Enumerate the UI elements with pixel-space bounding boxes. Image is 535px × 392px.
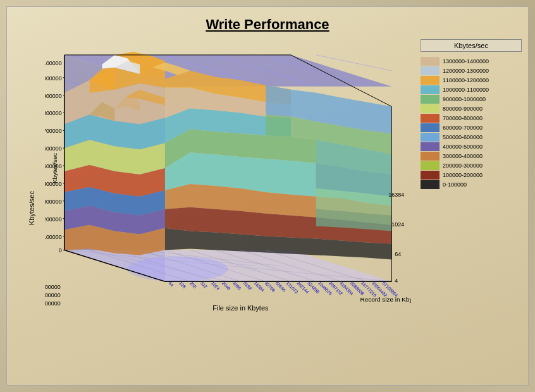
svg-text:2048: 2048 xyxy=(221,281,231,291)
svg-text:File size in Kbytes: File size in Kbytes xyxy=(212,304,269,312)
legend-range-text: 700000-800000 xyxy=(443,115,483,121)
legend-range-text: 300000-400000 xyxy=(443,153,483,159)
legend-item: 500000-600000 xyxy=(421,133,522,142)
svg-text:1400000: 1400000 xyxy=(45,284,61,290)
legend-color-box xyxy=(421,114,440,123)
legend-range-text: 1200000-1300000 xyxy=(443,68,489,74)
legend-color-box xyxy=(421,123,440,132)
legend-range-text: 0-100000 xyxy=(443,181,467,188)
legend-color-box xyxy=(421,152,440,161)
legend-range-text: 1100000-1200000 xyxy=(443,77,489,83)
legend-color-box xyxy=(421,57,440,66)
legend-range-text: 500000-600000 xyxy=(443,134,483,140)
svg-text:8192: 8192 xyxy=(243,281,253,291)
legend-item: 1300000-1400000 xyxy=(421,57,522,66)
legend-item: 0-100000 xyxy=(421,180,522,189)
legend-unit-label: Kbytes/sec xyxy=(421,39,522,52)
svg-text:16384: 16384 xyxy=(388,192,404,198)
svg-text:1000000: 1000000 xyxy=(45,75,62,82)
svg-text:100000: 100000 xyxy=(45,234,62,240)
legend-color-box xyxy=(421,104,440,113)
legend-item: 700000-800000 xyxy=(421,114,522,123)
legend-item: 1000000-1100000 xyxy=(421,85,522,94)
legend-color-box xyxy=(421,133,440,142)
svg-text:1200000: 1200000 xyxy=(45,300,61,307)
svg-text:1300000: 1300000 xyxy=(45,292,61,298)
chart-svg-container: 0 100000 200000 300000 400000 500000 600… xyxy=(45,42,411,313)
svg-text:800000: 800000 xyxy=(45,110,62,116)
legend-range-text: 900000-1000000 xyxy=(443,96,486,102)
main-area: Kbytes/sec xyxy=(7,36,528,379)
legend-item: 1200000-1300000 xyxy=(421,66,522,75)
legend-range-text: 800000-900000 xyxy=(443,106,483,112)
legend-color-box xyxy=(421,180,440,189)
svg-text:1024: 1024 xyxy=(211,281,221,291)
svg-text:65536: 65536 xyxy=(274,281,286,293)
svg-text:64: 64 xyxy=(395,251,401,257)
svg-point-19 xyxy=(127,256,228,281)
chart-area: Kbytes/sec xyxy=(13,39,414,376)
legend-item: 400000-500000 xyxy=(421,142,522,151)
legend-area: Kbytes/sec 1300000-14000001200000-130000… xyxy=(414,39,522,189)
svg-text:300000: 300000 xyxy=(45,199,62,205)
svg-text:600000: 600000 xyxy=(45,145,62,152)
svg-text:1100000: 1100000 xyxy=(45,60,62,66)
y-axis-label: Kbytes/sec xyxy=(28,191,35,225)
legend-item: 900000-1000000 xyxy=(421,95,522,104)
legend-range-text: 100000-200000 xyxy=(443,172,483,178)
legend-color-box xyxy=(421,66,440,75)
svg-text:32768: 32768 xyxy=(264,281,276,293)
chart-title: Write Performance xyxy=(7,7,528,36)
svg-text:Record size in Kbytes: Record size in Kbytes xyxy=(360,296,411,303)
legend-color-box xyxy=(421,95,440,104)
svg-text:200000: 200000 xyxy=(45,216,62,223)
svg-text:4: 4 xyxy=(395,278,398,284)
chart-svg: 0 100000 200000 300000 400000 500000 600… xyxy=(45,42,411,313)
svg-text:16384: 16384 xyxy=(254,281,266,293)
svg-text:Kbytes/sec: Kbytes/sec xyxy=(51,153,58,184)
legend-item: 200000-300000 xyxy=(421,161,522,170)
legend-color-box xyxy=(421,76,440,85)
legend-item: 800000-900000 xyxy=(421,104,522,113)
legend-range-text: 600000-700000 xyxy=(443,125,483,131)
svg-text:1024: 1024 xyxy=(391,221,404,228)
legend-item: 600000-700000 xyxy=(421,123,522,132)
legend-range-text: 1300000-1400000 xyxy=(443,58,489,64)
svg-text:700000: 700000 xyxy=(45,128,62,134)
legend-color-box xyxy=(421,85,440,94)
legend-color-box xyxy=(421,171,440,180)
legend-range-text: 400000-500000 xyxy=(443,144,483,150)
legend-color-box xyxy=(421,161,440,170)
legend-range-text: 200000-300000 xyxy=(443,162,483,169)
legend-item: 1100000-1200000 xyxy=(421,76,522,85)
chart-container: Write Performance Kbytes/sec xyxy=(6,6,529,386)
legend-item: 300000-400000 xyxy=(421,152,522,161)
legend-items: 1300000-14000001200000-13000001100000-12… xyxy=(421,57,522,189)
legend-item: 100000-200000 xyxy=(421,171,522,180)
legend-color-box xyxy=(421,142,440,151)
legend-range-text: 1000000-1100000 xyxy=(443,87,489,93)
svg-text:4096: 4096 xyxy=(232,281,242,291)
svg-text:900000: 900000 xyxy=(45,93,62,99)
svg-text:0: 0 xyxy=(59,247,62,254)
